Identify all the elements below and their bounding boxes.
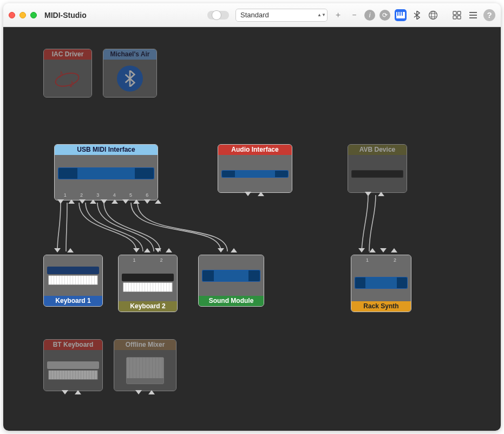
add-device-button[interactable]: ＋ (332, 9, 344, 21)
remove-device-button[interactable]: － (348, 9, 360, 21)
device-label: Audio Interface (218, 145, 292, 155)
device-label: AVB Device (348, 145, 407, 155)
device-keyboard-2[interactable]: 1 2 Keyboard 2 (118, 255, 178, 312)
help-button[interactable]: ? (483, 9, 495, 21)
bluetooth-icon (414, 11, 420, 20)
svg-rect-3 (402, 12, 403, 16)
rsynth-in-connectors (358, 248, 397, 252)
usb-if-connectors (57, 199, 161, 204)
chevron-updown-icon: ▲▼ (317, 14, 323, 16)
device-iac-driver[interactable]: IAC Driver ♪ ♪ (43, 49, 92, 98)
device-usb-midi-interface[interactable]: USB MIDI Interface 1 2 3 4 5 6 (54, 144, 158, 200)
device-label: Rack Synth (351, 301, 411, 312)
device-label: BT Keyboard (44, 340, 102, 350)
device-bt-keyboard[interactable]: BT Keyboard (43, 339, 103, 391)
svg-point-4 (429, 11, 437, 19)
avb-connectors (365, 192, 384, 196)
device-keyboard-1[interactable]: Keyboard 1 (43, 255, 103, 307)
minimize-button[interactable] (19, 12, 26, 18)
rescan-midi-button[interactable]: ⟳ (379, 10, 390, 21)
bluetooth-button[interactable] (411, 9, 423, 21)
device-offline-mixer[interactable]: Offline Mixer (114, 339, 176, 391)
icon-size-slider[interactable] (207, 11, 229, 20)
svg-rect-1 (397, 12, 398, 16)
device-rack-synth[interactable]: 1 2 Rack Synth (351, 255, 411, 312)
globe-icon (428, 10, 438, 20)
configuration-select[interactable]: Standard ▲▼ (235, 9, 328, 22)
device-label: IAC Driver (44, 49, 91, 60)
device-audio-interface[interactable]: Audio Interface (218, 144, 292, 193)
mixer-connectors (135, 390, 155, 394)
device-sound-module[interactable]: Sound Module (198, 255, 264, 307)
keyboard-icon (47, 361, 99, 380)
keyboard-icon (47, 267, 99, 285)
device-label: Michael's Air (103, 49, 156, 60)
keyboard-icon (122, 274, 174, 292)
device-label: Keyboard 1 (44, 296, 102, 306)
device-avb[interactable]: AVB Device (348, 144, 407, 193)
bluetooth-icon (117, 66, 143, 92)
list-view-button[interactable] (467, 9, 479, 21)
svg-rect-9 (457, 16, 461, 19)
rack-unit-icon (202, 270, 260, 282)
rack-unit-icon (351, 170, 403, 178)
grid-icon (453, 11, 461, 20)
info-button[interactable]: i (364, 10, 375, 21)
device-bluetooth-host[interactable]: Michael's Air (103, 49, 157, 98)
midi-studio-window: MIDI-Studio Standard ▲▼ ＋ － i ⟳ (3, 3, 501, 431)
svg-rect-8 (453, 16, 456, 19)
svg-rect-2 (400, 12, 401, 16)
rack-unit-icon (58, 167, 154, 179)
rack-unit-icon (221, 170, 289, 178)
close-button[interactable] (9, 12, 15, 18)
midi-studio-canvas[interactable]: IAC Driver ♪ ♪ Michael's Air USB MIDI In… (3, 27, 501, 431)
smod-in-connectors (218, 248, 237, 252)
kb1-in-connectors (54, 248, 74, 252)
svg-rect-6 (453, 11, 456, 15)
list-icon (469, 11, 477, 19)
device-label: Keyboard 2 (119, 301, 177, 312)
configuration-value: Standard (240, 11, 269, 19)
device-label: USB MIDI Interface (55, 145, 158, 155)
icon-view-button[interactable] (451, 9, 463, 21)
test-setup-button[interactable] (395, 9, 407, 21)
piano-icon (396, 12, 405, 18)
btkb-connectors (62, 390, 81, 394)
svg-rect-7 (457, 11, 461, 15)
rack-unit-icon (355, 277, 408, 289)
device-label: Sound Module (199, 296, 264, 306)
iac-icon: ♪ ♪ (55, 66, 81, 92)
titlebar: MIDI-Studio Standard ▲▼ ＋ － i ⟳ (3, 3, 501, 27)
mixer-icon (126, 357, 164, 384)
device-label: Offline Mixer (114, 340, 176, 350)
zoom-button[interactable] (30, 12, 37, 18)
kb2-in-connectors (133, 248, 172, 252)
svg-point-5 (431, 11, 435, 19)
network-button[interactable] (427, 9, 439, 21)
window-title: MIDI-Studio (44, 11, 87, 20)
audio-if-connectors (245, 192, 264, 196)
window-controls (9, 12, 37, 18)
